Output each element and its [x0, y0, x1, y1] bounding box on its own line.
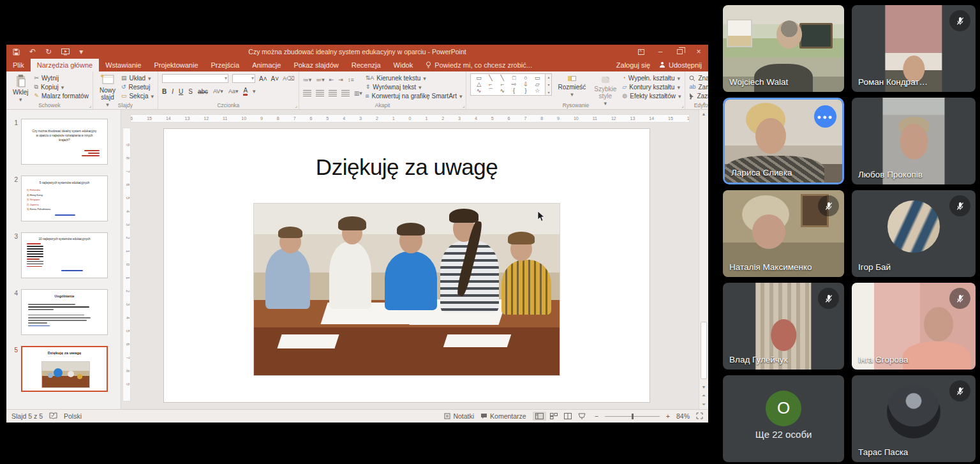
dialog-launcher-icon[interactable]: ⌟: [89, 103, 91, 109]
section-button[interactable]: ▭Sekcja▾: [121, 93, 154, 100]
tab-widok[interactable]: Widok: [387, 59, 420, 71]
previous-slide-icon[interactable]: ⏶: [702, 391, 706, 400]
shapes-scrollbar[interactable]: ▴▾▾: [546, 73, 552, 96]
tab-recenzja[interactable]: Recenzja: [345, 59, 387, 71]
dialog-launcher-icon[interactable]: ⌟: [295, 103, 297, 109]
restore-icon[interactable]: [670, 45, 689, 59]
notes-button[interactable]: Notatki: [444, 412, 474, 420]
undo-icon[interactable]: ↶: [29, 48, 36, 56]
shape-effects-button[interactable]: ◍Efekty kształtów▾: [622, 93, 681, 100]
strikethrough-icon[interactable]: abc: [198, 88, 208, 95]
comments-button[interactable]: Komentarze: [480, 412, 526, 420]
participant-tile-inga-yehorova[interactable]: Інга Єгорова: [852, 283, 976, 370]
tab-przejscia[interactable]: Przejścia: [205, 59, 246, 71]
zoom-slider-thumb[interactable]: [632, 414, 634, 419]
minimize-icon[interactable]: –: [651, 45, 670, 59]
share-button[interactable]: Udostępnij: [659, 61, 702, 69]
convert-smartart-button[interactable]: ⧈Konwertuj na grafikę SmartArt▾: [366, 93, 463, 100]
italic-icon[interactable]: I: [172, 88, 174, 95]
justify-icon[interactable]: [341, 90, 350, 96]
layout-button[interactable]: ▤Układ▾: [121, 75, 154, 82]
customize-qat-icon[interactable]: ▾: [79, 48, 83, 56]
font-size-combobox[interactable]: [232, 74, 255, 83]
slide-editor[interactable]: Dziękuję za uwagę: [164, 129, 650, 402]
font-color-icon[interactable]: A: [243, 87, 248, 96]
bold-icon[interactable]: B: [162, 88, 167, 95]
tab-pokaz-slajdow[interactable]: Pokaz slajdów: [287, 59, 345, 71]
tab-plik[interactable]: Plik: [6, 59, 31, 71]
fit-to-window-icon[interactable]: [696, 412, 703, 421]
cut-button[interactable]: ✂Wytnij: [34, 75, 88, 82]
thumbnail-slide-3[interactable]: 3 10 najlepszych systemów edukacyjnych: [8, 232, 117, 278]
copy-button[interactable]: ⧉Kopiuj▾: [34, 84, 88, 91]
columns-icon[interactable]: ▥▾: [354, 90, 362, 96]
tab-wstawianie[interactable]: Wstawianie: [99, 59, 147, 71]
tab-projektowanie[interactable]: Projektowanie: [147, 59, 204, 71]
thumbnail-slide-4[interactable]: 4 Uogólnienie: [8, 289, 117, 335]
clear-formatting-icon[interactable]: A⌫: [283, 75, 295, 82]
participant-tile-taras-paska[interactable]: Тарас Паска: [852, 375, 976, 462]
change-case-icon[interactable]: Aa▾: [228, 88, 239, 94]
font-name-combobox[interactable]: [162, 74, 228, 83]
thumbnail-slide-2[interactable]: 2 5 najlepszych systemów edukacyjnych 5)…: [8, 176, 117, 221]
format-painter-button[interactable]: ✎Malarz formatów: [34, 93, 88, 100]
zoom-level[interactable]: 84%: [676, 412, 690, 420]
character-spacing-icon[interactable]: AV▾: [213, 88, 223, 94]
spellcheck-icon[interactable]: [49, 412, 57, 421]
next-slide-icon[interactable]: ⏷: [702, 400, 706, 409]
zoom-out-icon[interactable]: −: [595, 412, 598, 420]
scroll-down-icon[interactable]: ▼: [702, 383, 706, 391]
slideshow-view-icon[interactable]: [575, 412, 588, 421]
select-button[interactable]: Zaznacz▾: [689, 93, 708, 100]
text-direction-button[interactable]: ⇅AKierunek tekstu▾: [366, 75, 463, 82]
scrollbar-thumb[interactable]: [701, 322, 707, 379]
tab-narzedzia-glowne[interactable]: Narzędzia główne: [31, 59, 99, 71]
slide-title[interactable]: Dziękuję za uwagę: [164, 154, 650, 180]
shadow-icon[interactable]: S: [188, 88, 193, 95]
slide-photo[interactable]: [253, 203, 560, 376]
scroll-up-icon[interactable]: ▲: [702, 110, 706, 118]
participant-tile-larysa-slyvka[interactable]: ●●● Лариса Сливка: [723, 98, 844, 184]
paste-button[interactable]: Wklej▾: [10, 73, 31, 104]
ribbon-display-options-icon[interactable]: [632, 45, 651, 59]
participant-tile-lubov-prokopiv[interactable]: Любов Прокопів: [852, 98, 976, 184]
participant-tile-wojciech-walat[interactable]: Wojciech Walat: [723, 5, 844, 92]
align-left-icon[interactable]: [303, 90, 311, 96]
normal-view-icon[interactable]: [533, 412, 546, 421]
arrange-button[interactable]: Rozmieść▾: [555, 73, 588, 99]
grow-font-icon[interactable]: A˄: [259, 75, 267, 82]
align-right-icon[interactable]: [329, 90, 337, 96]
vertical-ruler[interactable]: 9 8 7 6 5 4 3 2 1 0 1 2 3 4 5 6 7 8 9: [122, 128, 131, 401]
start-slideshow-icon[interactable]: [61, 49, 70, 56]
bullets-icon[interactable]: ≔▾: [303, 77, 312, 83]
shapes-gallery[interactable]: ▭╲╲□○▭ △⌐⌐⇨⇩▱ ∿⌒∿{}☆ ▴▾▾: [470, 73, 552, 96]
sign-in-button[interactable]: Zaloguj się: [616, 61, 650, 69]
redo-icon[interactable]: ↻: [45, 48, 52, 56]
underline-icon[interactable]: U: [179, 88, 183, 95]
participant-tile-igor-bai[interactable]: Ігор Бай: [852, 190, 976, 277]
thumbnail-slide-5[interactable]: 5 Dziękuję za uwagę: [8, 346, 117, 392]
slide-indicator[interactable]: Slajd 5 z 5: [11, 412, 43, 420]
tab-animacje[interactable]: Animacje: [246, 59, 287, 71]
slide-sorter-view-icon[interactable]: [547, 412, 560, 421]
shape-fill-button[interactable]: ◔Wypełn. kształtu▾: [622, 75, 681, 82]
align-text-button[interactable]: ⇕Wyrównaj tekst▾: [366, 84, 463, 91]
thumbnail-slide-1[interactable]: 1 Czy można zbudować idealny system eduk…: [8, 119, 117, 165]
numbering-icon[interactable]: ≕▾: [316, 77, 325, 83]
align-center-icon[interactable]: [316, 90, 324, 96]
shape-outline-button[interactable]: ▱Kontury kształtu▾: [622, 84, 681, 91]
decrease-indent-icon[interactable]: ⇤: [329, 77, 334, 83]
zoom-slider[interactable]: [605, 416, 660, 417]
reset-button[interactable]: ↺Resetuj: [121, 84, 154, 91]
tile-options-icon[interactable]: ●●●: [814, 105, 836, 128]
find-button[interactable]: Znajdź: [689, 75, 708, 82]
more-participants-tile[interactable]: O Ще 22 особи: [723, 375, 844, 462]
participant-tile-natalia-maksymenko[interactable]: Наталія Максименко: [723, 190, 844, 277]
replace-button[interactable]: abZamień▾: [689, 84, 708, 91]
line-spacing-icon[interactable]: ↕≡: [348, 77, 354, 83]
participant-tile-roman-kondrat[interactable]: Роман Кондрат…: [852, 5, 976, 92]
increase-indent-icon[interactable]: ⇥: [338, 77, 343, 83]
dialog-launcher-icon[interactable]: ⌟: [463, 103, 464, 109]
close-icon[interactable]: ×: [689, 45, 708, 59]
collapse-ribbon-icon[interactable]: ^: [703, 101, 706, 108]
